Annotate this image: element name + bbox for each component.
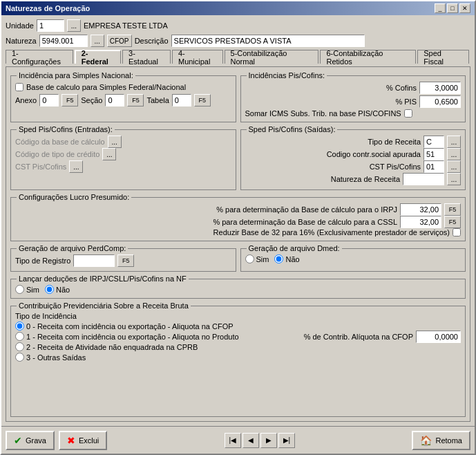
cssl-input[interactable] — [400, 216, 441, 228]
dmed-nao-label: Não — [285, 255, 299, 263]
unidade-input[interactable] — [37, 19, 64, 32]
dmed-sim-label: Sim — [256, 255, 269, 263]
maximize-button[interactable]: □ — [447, 3, 458, 13]
contrib-opt3-label: 3 - Outras Saídas — [26, 353, 86, 362]
irpj-f5-button[interactable]: F5 — [444, 203, 461, 216]
irpj-input[interactable] — [400, 203, 441, 216]
cst-saidas-dots-button[interactable]: ... — [447, 160, 461, 173]
pis-cofins-inc-title: Incidências Pis/Cofins: — [247, 71, 327, 80]
cofins-input[interactable] — [419, 82, 461, 94]
secao-f5-button[interactable]: F5 — [127, 94, 144, 106]
nav-next-button[interactable]: ▶ — [260, 433, 277, 448]
pis-label: % PIS — [395, 98, 417, 106]
contrib-radio-0[interactable] — [15, 322, 24, 331]
unidade-row: Unidade ... EMPRESA TESTE LTDA — [6, 19, 470, 32]
tipo-receita-input[interactable] — [423, 136, 444, 148]
dmed-nao-radio[interactable] — [274, 254, 283, 263]
tipo-receita-row: Tipo de Receita ... — [245, 136, 461, 148]
tipo-receita-dots-button[interactable]: ... — [447, 136, 461, 148]
somar-icms-label: Somar ICMS Subs. Trib. na base PIS/COFIN… — [245, 109, 401, 118]
tab-panel-federal: Incidência para Simples Nacional: Base d… — [6, 66, 470, 422]
somar-icms-checkbox[interactable] — [404, 109, 412, 118]
tipo-credito-dots-button[interactable]: ... — [102, 148, 116, 160]
grava-button[interactable]: ✔ Grava — [6, 431, 55, 450]
sped-groups-row: Sped Pis/Cofins (Entradas): Código da ba… — [10, 125, 466, 190]
exclui-button[interactable]: ✖ Exclui — [59, 431, 107, 450]
anexo-row: Anexo F5 Seção F5 Tabela F5 — [15, 94, 231, 106]
tab-contab-normal[interactable]: 5-Contabilização Normal — [225, 50, 319, 64]
sped-saidas-group: Sped Pis/Cofins (Saídas): Tipo de Receit… — [240, 129, 466, 190]
tipo-registro-row: Tipo de Registro F5 — [15, 254, 231, 267]
contrib-radio-2[interactable] — [15, 342, 24, 351]
tipo-registro-f5-button[interactable]: F5 — [117, 254, 134, 267]
retorna-label: Retoma — [435, 436, 462, 445]
unidade-dots-button[interactable]: ... — [67, 19, 81, 32]
tab-sped-fiscal[interactable]: Sped Fiscal — [417, 50, 469, 64]
natureza-label: Natureza — [6, 37, 37, 45]
anexo-input[interactable] — [39, 94, 59, 106]
natureza-receita-dots-button[interactable]: ... — [447, 173, 461, 185]
reduzir-checkbox[interactable] — [453, 228, 461, 236]
simples-checkbox[interactable] — [15, 83, 23, 91]
tab-municipal[interactable]: 4-Municipal — [172, 50, 223, 64]
nav-first-button[interactable]: |◀ — [225, 433, 241, 448]
secao-input[interactable] — [105, 94, 124, 106]
retorna-button[interactable]: 🏠 Retoma — [412, 431, 470, 450]
close-button[interactable]: ✕ — [459, 3, 470, 13]
descricao-input[interactable] — [171, 35, 365, 47]
tabela-f5-button[interactable]: F5 — [194, 94, 211, 106]
lanc-nao-radio[interactable] — [45, 285, 54, 294]
tab-estadual[interactable]: 3-Estadual — [122, 50, 171, 64]
pis-cofins-inc-group: Incidências Pis/Cofins: % Cofins % PIS S… — [240, 75, 466, 122]
anexo-f5-button[interactable]: F5 — [61, 94, 78, 106]
tipo-registro-input[interactable] — [73, 254, 115, 267]
simples-checkbox-row: Base de calculo para Simples Federal/Nac… — [15, 83, 231, 91]
contrib-radio-1[interactable] — [15, 332, 24, 341]
nav-prev-button[interactable]: ◀ — [242, 433, 259, 448]
action-buttons: ✔ Grava ✖ Exclui — [6, 431, 107, 450]
pis-row: % PIS — [245, 95, 461, 108]
cssl-f5-button[interactable]: F5 — [444, 216, 461, 228]
tab-contab-retidos[interactable]: 6-Contabilização Retidos — [320, 50, 416, 64]
natureza-dots-button[interactable]: ... — [91, 35, 104, 47]
simples-nacional-title: Incidência para Simples Nacional: — [17, 71, 135, 80]
contrib-opt1-label: 1 - Receita com incidência ou exportação… — [26, 333, 239, 341]
lanc-sim-radio[interactable] — [15, 285, 24, 294]
minimize-button[interactable]: _ — [435, 3, 446, 13]
grava-icon: ✔ — [14, 435, 22, 446]
cod-contr-row: Codigo contr.social apurada ... — [245, 148, 461, 160]
cst-saidas-label: CST Pis/Cofins — [370, 162, 421, 171]
cod-contr-input[interactable] — [423, 148, 444, 160]
natureza-input[interactable] — [39, 35, 88, 47]
base-calc-label: Código da base de cálculo — [15, 138, 105, 146]
natureza-receita-input[interactable] — [403, 173, 444, 185]
cst-entradas-dots-button[interactable]: ... — [69, 160, 83, 173]
cofins-label: % Cofins — [386, 84, 417, 92]
tab-configuracoes[interactable]: 1-Configurações — [6, 50, 73, 64]
tabela-input[interactable] — [172, 94, 191, 106]
simples-checkbox-label: Base de calculo para Simples Federal/Nac… — [26, 83, 186, 91]
dmed-sim-radio[interactable] — [245, 254, 254, 263]
incidencia-opt1: 1 - Receita com incidência ou exportação… — [15, 332, 298, 341]
tab-federal[interactable]: 2-Federal — [75, 50, 121, 64]
contrib-pct-col: % de Contrib. Alíquota na CFOP — [304, 312, 461, 362]
cod-contr-dots-button[interactable]: ... — [447, 148, 461, 160]
base-calc-dots-button[interactable]: ... — [108, 136, 122, 148]
contrib-pct-input[interactable] — [416, 331, 461, 343]
grava-label: Grava — [26, 436, 46, 445]
cfop-button[interactable]: CFOP — [107, 35, 132, 47]
lancamentos-radio-group: Sim Não — [15, 285, 461, 294]
pis-input[interactable] — [419, 95, 461, 108]
lanc-nao-item: Não — [45, 285, 70, 294]
tipo-incidencia-label: Tipo de Incidência — [15, 312, 298, 320]
cssl-row: % para determinação da Base de cálculo p… — [15, 216, 461, 228]
tipo-incidencia-col: Tipo de Incidência 0 - Receita com incid… — [15, 312, 298, 362]
sped-entradas-group: Sped Pis/Cofins (Entradas): Código da ba… — [10, 129, 236, 190]
simples-nacional-group: Incidência para Simples Nacional: Base d… — [10, 75, 236, 122]
cst-saidas-input[interactable] — [423, 160, 444, 173]
lanc-sim-label: Sim — [26, 286, 39, 294]
tipo-credito-row: Código de tipo de crédito ... — [15, 148, 231, 160]
nav-last-button[interactable]: ▶| — [278, 433, 295, 448]
dmed-sim-item: Sim — [245, 254, 269, 263]
contrib-radio-3[interactable] — [15, 353, 24, 362]
